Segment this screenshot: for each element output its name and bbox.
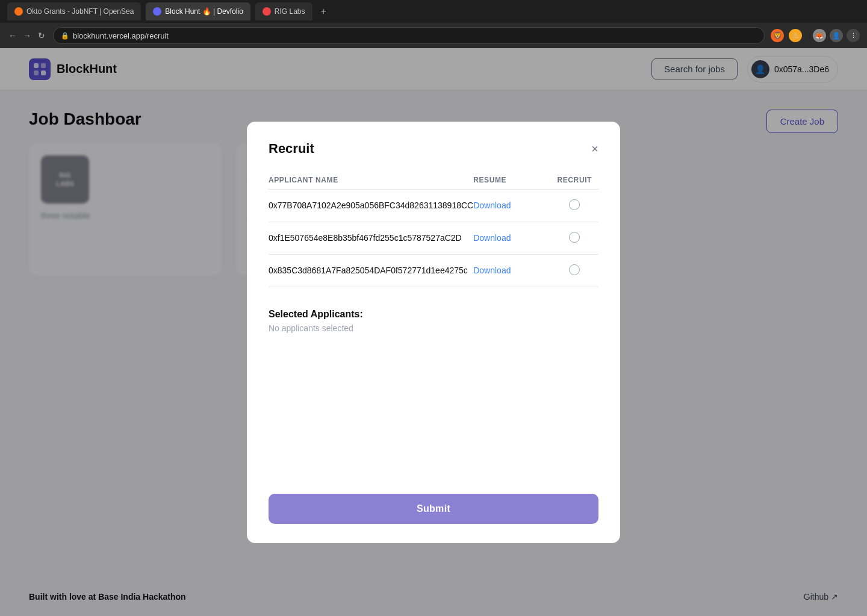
profile-dot-2[interactable]: 👤 — [830, 29, 843, 42]
table-row: 0xf1E507654e8E8b35bf467fd255c1c5787527aC… — [269, 222, 598, 254]
applicant-resume-2: Download — [473, 222, 550, 254]
browser-tab-2[interactable]: Block Hunt 🔥 | Devfolio — [146, 2, 250, 20]
back-button[interactable]: ← — [7, 30, 18, 41]
submit-button[interactable]: Submit — [269, 494, 598, 524]
col-header-recruit: RECRUIT — [551, 171, 598, 190]
tab3-favicon — [263, 7, 271, 16]
applicant-name-1: 0x77B708A7102A2e905a056BFC34d82631138918… — [269, 189, 473, 222]
address-bar-row: ← → ↻ 🔒 blockhunt.vercel.app/recruit 🦁 ⚠… — [0, 23, 867, 48]
modal-overlay: Recruit × APPLICANT NAME RESUME RECRUIT … — [0, 48, 867, 616]
col-header-name: APPLICANT NAME — [269, 171, 473, 190]
browser-chrome: Okto Grants - JobNFT | OpenSea Block Hun… — [0, 0, 867, 23]
recruit-radio-2[interactable] — [569, 232, 580, 243]
applicant-recruit-2 — [551, 222, 598, 254]
address-bar[interactable]: 🔒 blockhunt.vercel.app/recruit — [53, 27, 765, 44]
browser-actions: 🦁 ⚠ — [771, 29, 802, 42]
table-row: 0x835C3d8681A7Fa825054DAF0f572771d1ee427… — [269, 254, 598, 287]
recruit-radio-3[interactable] — [569, 264, 580, 275]
download-link-1[interactable]: Download — [473, 201, 511, 210]
profile-dot-1[interactable]: 🦊 — [813, 29, 826, 42]
table-row: 0x77B708A7102A2e905a056BFC34d82631138918… — [269, 189, 598, 222]
browser-tab-1[interactable]: Okto Grants - JobNFT | OpenSea — [7, 2, 141, 20]
download-link-2[interactable]: Download — [473, 233, 511, 243]
browser-tab-3[interactable]: RIG Labs — [255, 2, 312, 20]
modal-title: Recruit — [269, 141, 314, 157]
modal-close-button[interactable]: × — [591, 143, 598, 155]
reload-button[interactable]: ↻ — [36, 30, 47, 41]
forward-button[interactable]: → — [22, 30, 33, 41]
warning-icon[interactable]: ⚠ — [789, 29, 802, 42]
applicant-name-2: 0xf1E507654e8E8b35bf467fd255c1c5787527aC… — [269, 222, 473, 254]
tab2-favicon — [153, 7, 161, 16]
new-tab-button[interactable]: + — [317, 6, 330, 17]
selected-section: Selected Applicants: No applicants selec… — [269, 309, 598, 414]
recruit-modal: Recruit × APPLICANT NAME RESUME RECRUIT … — [247, 122, 620, 543]
applicants-table: APPLICANT NAME RESUME RECRUIT 0x77B708A7… — [269, 171, 598, 287]
brave-shield-icon[interactable]: 🦁 — [771, 29, 784, 42]
nav-icons: ← → ↻ — [7, 30, 47, 41]
modal-header: Recruit × — [269, 141, 598, 157]
profile-dot-3[interactable]: ⋮ — [847, 29, 860, 42]
applicant-resume-3: Download — [473, 254, 550, 287]
applicant-recruit-1 — [551, 189, 598, 222]
applicant-recruit-3 — [551, 254, 598, 287]
applicant-resume-1: Download — [473, 189, 550, 222]
modal-spacer — [269, 413, 598, 494]
recruit-radio-1[interactable] — [569, 199, 580, 210]
tab1-favicon — [14, 7, 23, 16]
no-applicants-text: No applicants selected — [269, 323, 598, 333]
applicant-name-3: 0x835C3d8681A7Fa825054DAF0f572771d1ee427… — [269, 254, 473, 287]
profile-icons: 🦊 👤 ⋮ — [813, 29, 860, 42]
tab3-label: RIG Labs — [275, 7, 305, 16]
address-text: blockhunt.vercel.app/recruit — [73, 31, 169, 40]
col-header-resume: RESUME — [473, 171, 550, 190]
download-link-3[interactable]: Download — [473, 266, 511, 275]
selected-label: Selected Applicants: — [269, 309, 598, 320]
tab1-label: Okto Grants - JobNFT | OpenSea — [26, 7, 134, 16]
tab2-label: Block Hunt 🔥 | Devfolio — [165, 7, 243, 16]
page-background: BlockHunt Search for jobs 👤 0x057a...3De… — [0, 48, 867, 616]
lock-icon: 🔒 — [61, 32, 69, 40]
